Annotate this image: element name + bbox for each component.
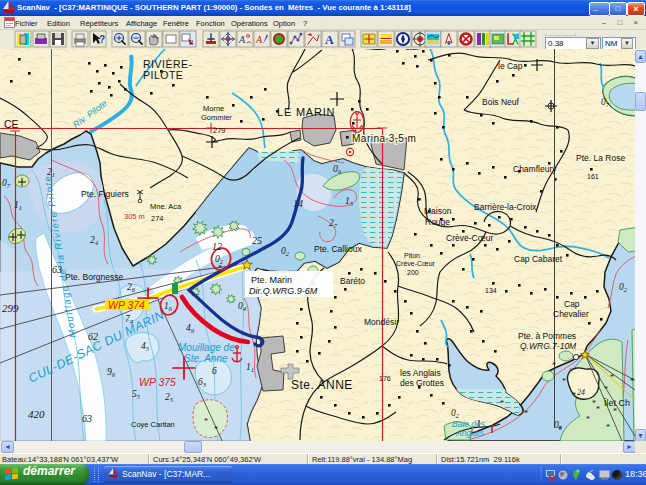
- svg-text:14: 14: [293, 198, 303, 209]
- svg-text:Pte. La Rose: Pte. La Rose: [576, 153, 625, 163]
- svg-text:Marina 3,5 m: Marina 3,5 m: [352, 133, 416, 144]
- svg-text:161: 161: [587, 173, 599, 180]
- svg-text:Morne: Morne: [203, 104, 224, 113]
- svg-text:WP 374: WP 374: [108, 299, 145, 311]
- svg-text:63: 63: [82, 413, 92, 424]
- svg-text:A: A: [255, 34, 263, 45]
- svg-text:Maison: Maison: [424, 206, 452, 216]
- svg-text:A: A: [238, 34, 246, 45]
- svg-text:305 m: 305 m: [124, 212, 145, 221]
- svg-text:Barrière-la-Croix: Barrière-la-Croix: [474, 202, 537, 212]
- svg-text:CE: CE: [4, 118, 19, 130]
- svg-text:Chamfleury: Chamfleury: [513, 164, 557, 174]
- svg-text:*: *: [500, 399, 504, 408]
- svg-text:Mondésir: Mondésir: [364, 317, 399, 327]
- svg-text:200: 200: [407, 269, 419, 276]
- svg-text:*: *: [204, 417, 208, 426]
- svg-text:Ste. ANNE: Ste. ANNE: [291, 378, 353, 392]
- svg-text:63: 63: [52, 264, 62, 275]
- svg-text:Bois Neuf: Bois Neuf: [482, 97, 519, 107]
- svg-text:Mouillage de: Mouillage de: [178, 342, 235, 353]
- svg-text:Chevalier: Chevalier: [553, 309, 589, 319]
- svg-text:LE MARIN: LE MARIN: [277, 106, 335, 118]
- svg-text:420: 420: [28, 408, 45, 420]
- svg-text:6: 6: [212, 366, 217, 376]
- svg-text:*: *: [604, 385, 608, 394]
- svg-text:Baréto: Baréto: [340, 276, 365, 286]
- svg-text:Piton: Piton: [404, 252, 420, 259]
- svg-text:Gommier: Gommier: [201, 113, 232, 122]
- svg-text:*: *: [630, 377, 634, 386]
- svg-text:?: ?: [99, 34, 105, 45]
- svg-text:Mne. Aca: Mne. Aca: [150, 202, 182, 211]
- svg-text:279: 279: [213, 126, 226, 135]
- svg-text:*: *: [606, 423, 610, 432]
- svg-text:25: 25: [252, 235, 262, 246]
- svg-text:*: *: [552, 361, 556, 370]
- svg-text:A: A: [325, 33, 334, 47]
- svg-text:Ste. Anne: Ste. Anne: [184, 353, 228, 364]
- svg-text:*: *: [562, 377, 566, 386]
- svg-text:176: 176: [379, 375, 391, 382]
- svg-text:*: *: [610, 373, 614, 382]
- svg-text:le Cap: le Cap: [498, 61, 523, 71]
- svg-text:24: 24: [577, 388, 585, 397]
- svg-text:B: B: [189, 39, 194, 46]
- svg-text:134: 134: [485, 287, 497, 294]
- svg-text:299: 299: [2, 302, 19, 314]
- svg-text:*: *: [572, 391, 576, 400]
- svg-text:62: 62: [88, 331, 98, 342]
- svg-text:*: *: [586, 415, 590, 424]
- svg-text:Pte. Marin: Pte. Marin: [251, 275, 292, 285]
- svg-text:les Anglais: les Anglais: [400, 368, 441, 378]
- svg-text:WP 375: WP 375: [139, 376, 176, 388]
- svg-text:Crève-Cœur: Crève-Cœur: [396, 260, 436, 267]
- svg-text:274: 274: [151, 214, 164, 223]
- svg-text:Cap: Cap: [564, 299, 580, 309]
- svg-text:*: *: [218, 264, 222, 273]
- svg-text:Pte. à Pommes: Pte. à Pommes: [518, 331, 576, 341]
- svg-text:PILOTE: PILOTE: [143, 69, 183, 81]
- svg-text:*: *: [524, 409, 528, 418]
- svg-text:*: *: [613, 407, 617, 416]
- svg-text:Pte. Callioux: Pte. Callioux: [314, 244, 362, 254]
- svg-text:Dir.Q.WRG.9-6M: Dir.Q.WRG.9-6M: [249, 286, 318, 296]
- svg-text:*: *: [596, 405, 600, 414]
- svg-text:Pte. Figuiers: Pte. Figuiers: [81, 189, 129, 199]
- svg-text:*: *: [214, 425, 218, 434]
- svg-text:Rouge: Rouge: [425, 217, 450, 227]
- svg-text:Q.WRG.7-10M: Q.WRG.7-10M: [520, 341, 577, 351]
- svg-text:Pte. Borgnesse: Pte. Borgnesse: [65, 272, 123, 282]
- svg-text:Îlet Ch: Îlet Ch: [603, 398, 630, 408]
- svg-text:Anglais: Anglais: [455, 428, 485, 438]
- svg-text:12: 12: [212, 241, 222, 252]
- svg-text:des Grottes: des Grottes: [400, 378, 444, 388]
- svg-text:Crève-Cœur: Crève-Cœur: [446, 233, 493, 243]
- svg-text:Coye Caritan: Coye Caritan: [131, 420, 175, 429]
- svg-text:Cap Cabaret: Cap Cabaret: [514, 254, 563, 264]
